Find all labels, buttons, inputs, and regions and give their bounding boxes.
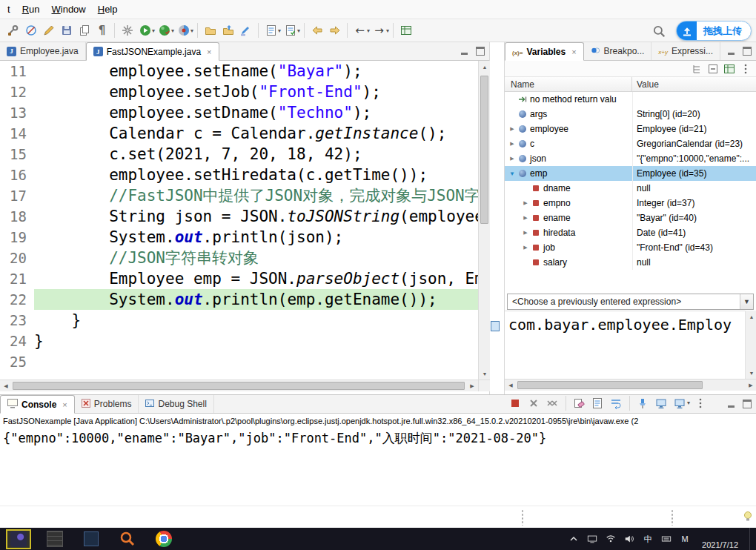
code-text[interactable]: } <box>34 331 478 351</box>
skip-breakpoints-icon[interactable] <box>22 22 39 39</box>
minimize-icon[interactable] <box>727 400 736 408</box>
keyboard-icon[interactable] <box>660 533 672 545</box>
line-number[interactable]: 20 <box>0 248 34 268</box>
line-number[interactable]: 24 <box>0 331 34 351</box>
line-number[interactable]: 21 <box>0 268 34 289</box>
line-number[interactable]: 11 <box>0 61 34 82</box>
maximize-icon[interactable] <box>743 47 752 56</box>
view-tab-variables[interactable]: (x)=Variables× <box>505 42 584 61</box>
drag-handle[interactable] <box>520 509 525 526</box>
scroll-thumb[interactable] <box>13 382 465 390</box>
code-text[interactable]: String json = JSON.toJSONString(employee… <box>34 206 478 227</box>
line-number[interactable]: 19 <box>0 227 34 248</box>
dropdown-arrow-icon[interactable]: ▾ <box>190 27 193 34</box>
show-desktop-button[interactable] <box>749 528 753 550</box>
line-number[interactable]: 13 <box>0 102 34 123</box>
twisty-icon[interactable]: ▶ <box>521 230 530 236</box>
code-text[interactable]: c.set(2021, 7, 20, 18, 42); <box>34 144 478 165</box>
new-wizard-icon[interactable] <box>119 22 136 39</box>
variable-row-empno[interactable]: ▶empnoInteger (id=37) <box>505 196 756 211</box>
back-icon[interactable] <box>308 22 325 39</box>
open-perspective-icon[interactable] <box>397 22 414 39</box>
code-text[interactable]: employee.setDname("Techno"); <box>34 102 478 123</box>
scroll-lock-icon[interactable] <box>589 394 606 411</box>
scroll-down-icon[interactable]: ▼ <box>746 367 756 379</box>
remove-launch-icon[interactable] <box>525 394 543 411</box>
build-tool-icon[interactable] <box>4 22 21 39</box>
code-editor[interactable]: 11 employee.setEname("Bayar");12 employe… <box>0 61 478 380</box>
word-wrap-icon[interactable] <box>608 394 625 411</box>
scroll-down-icon[interactable]: ▼ <box>479 368 491 380</box>
display-selected-console-icon[interactable] <box>653 394 670 411</box>
dropdown-arrow-icon[interactable]: ▾ <box>297 27 300 34</box>
line-number[interactable]: 16 <box>0 165 34 185</box>
dropdown-arrow-icon[interactable]: ▾ <box>687 400 690 406</box>
twisty-icon[interactable]: ▶ <box>508 156 517 162</box>
terminate-icon[interactable] <box>507 394 524 411</box>
taskbar-app-eclipse[interactable] <box>6 529 31 549</box>
scroll-left-icon[interactable]: ◀ <box>505 380 517 391</box>
maximize-icon[interactable] <box>743 400 752 408</box>
open-console-icon[interactable] <box>672 394 689 411</box>
line-number[interactable]: 22 <box>0 289 34 310</box>
upload-widget[interactable]: 拖拽上传 <box>676 21 752 41</box>
variable-row-args[interactable]: argsString[0] (id=20) <box>505 107 756 122</box>
editor-hscrollbar[interactable]: ◀ ▶ <box>0 380 478 391</box>
forward-icon[interactable] <box>326 22 343 39</box>
line-number[interactable]: 14 <box>0 123 34 144</box>
taskbar-app-3[interactable] <box>79 529 104 549</box>
scroll-right-icon[interactable]: ▶ <box>745 380 756 391</box>
remove-all-launches-icon[interactable] <box>544 394 561 411</box>
code-text[interactable]: employee.setHiredata(c.getTime()); <box>34 165 478 185</box>
taskbar-clock[interactable]: 2021/7/12 <box>697 528 743 550</box>
close-icon[interactable]: × <box>571 47 576 56</box>
hidden-icons-icon[interactable] <box>568 533 580 545</box>
open-folder-icon[interactable] <box>202 22 219 39</box>
code-text[interactable]: System.out.println(emp.getEname()); <box>34 289 478 310</box>
code-text[interactable] <box>34 351 478 372</box>
m-icon[interactable]: M <box>679 533 691 545</box>
line-number[interactable]: 23 <box>0 310 34 331</box>
code-text[interactable]: employee.setEname("Bayar"); <box>34 61 478 82</box>
chevron-down-icon[interactable]: ▼ <box>740 294 753 309</box>
menu-run[interactable]: Run <box>16 1 46 18</box>
column-header-name[interactable]: Name <box>505 77 632 91</box>
annotation-list-icon[interactable] <box>282 22 299 39</box>
editor-vscrollbar[interactable]: ▲ ▼ <box>478 61 490 380</box>
column-header-value[interactable]: Value <box>632 77 756 91</box>
scroll-up-icon[interactable]: ▲ <box>479 61 491 73</box>
scroll-thumb[interactable] <box>480 76 488 224</box>
variable-row-dname[interactable]: dnamenull <box>505 181 756 196</box>
view-menu-icon[interactable] <box>738 62 753 76</box>
twisty-icon[interactable]: ▼ <box>508 170 517 177</box>
show-whitespace-icon[interactable]: ¶ <box>93 22 110 39</box>
scroll-left-icon[interactable]: ◀ <box>0 380 12 392</box>
taskbar-app-search[interactable] <box>115 529 140 549</box>
close-icon[interactable]: × <box>62 400 67 409</box>
scroll-right-icon[interactable]: ▶ <box>466 380 478 392</box>
pencil-icon[interactable] <box>40 22 57 39</box>
view-tab-breakpo[interactable]: Breakpo... <box>584 42 652 60</box>
clear-console-icon[interactable] <box>571 394 588 411</box>
variable-row-c[interactable]: ▶cGregorianCalendar (id=23) <box>505 136 756 151</box>
variable-row-no-method-return-valu[interactable]: no method return valu <box>505 92 756 107</box>
twisty-icon[interactable]: ▶ <box>508 141 517 147</box>
dropdown-arrow-icon[interactable]: ▾ <box>152 27 155 34</box>
line-number[interactable]: 15 <box>0 144 34 165</box>
task-list-icon[interactable] <box>262 22 279 39</box>
code-text[interactable]: //JSON字符串转对象 <box>34 248 478 268</box>
variable-row-emp[interactable]: ▼empEmployee (id=35) <box>505 166 756 181</box>
run-icon[interactable] <box>136 22 153 39</box>
dropdown-arrow-icon[interactable]: ▾ <box>278 27 281 34</box>
console-output[interactable]: FastJSONexample [Java Application] C:\Us… <box>0 414 756 506</box>
collapse-all-icon[interactable] <box>706 62 720 76</box>
dropdown-arrow-icon[interactable]: ▾ <box>171 27 174 34</box>
coverage-icon[interactable] <box>156 22 173 39</box>
forward-history-icon[interactable]: → <box>371 22 388 39</box>
view-tab-expressi[interactable]: x+yExpressi... <box>651 42 720 60</box>
columns-layout-icon[interactable] <box>722 62 737 76</box>
view-menu-icon[interactable] <box>692 394 709 411</box>
console-tab-problems[interactable]: Problems <box>75 395 139 413</box>
show-logical-structure-icon[interactable] <box>689 62 704 76</box>
line-number[interactable]: 25 <box>0 351 34 372</box>
